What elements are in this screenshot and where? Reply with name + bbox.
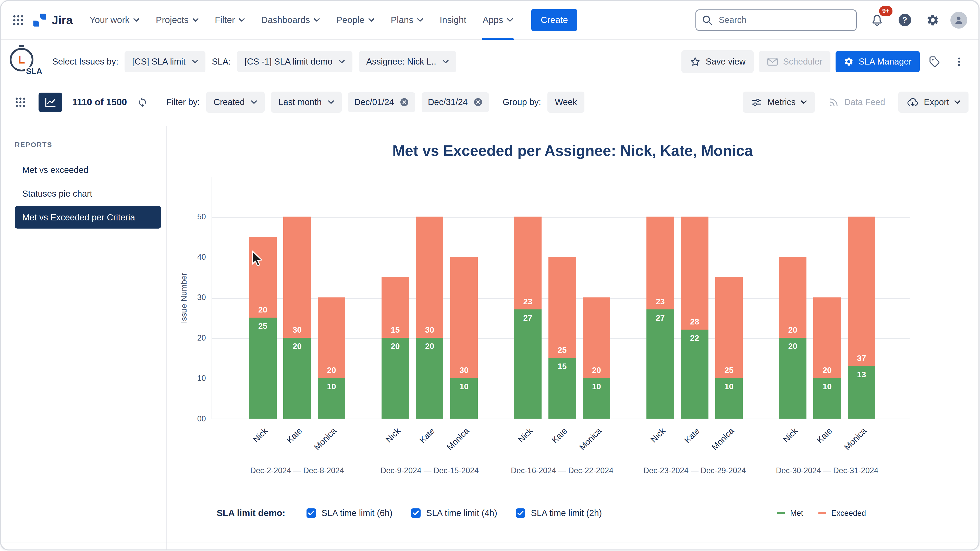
date-to-chip[interactable]: Dec/31/24	[422, 92, 489, 112]
bar-nick-week1[interactable]: 2025Nick	[249, 237, 277, 419]
met-segment[interactable]: 15	[549, 358, 576, 419]
sla-dropdown[interactable]: [CS -1] SLA limit demo	[237, 51, 352, 72]
remove-date-from-icon[interactable]	[400, 97, 409, 107]
exceeded-segment[interactable]: 25	[549, 257, 576, 358]
nav-item-filter[interactable]: Filter	[207, 1, 253, 39]
bar-nick-week3[interactable]: 2327Nick	[514, 217, 542, 419]
filter-field-dropdown[interactable]: Created	[206, 92, 265, 113]
notifications-button[interactable]: 9+	[867, 10, 887, 30]
checkbox-sla-time-limit-6h[interactable]: SLA time limit (6h)	[307, 508, 393, 518]
sidebar-item-met-vs-exceeded[interactable]: Met vs exceeded	[15, 159, 161, 181]
met-segment[interactable]: 10	[450, 378, 478, 418]
jira-logo-icon	[32, 12, 48, 28]
met-segment[interactable]: 13	[848, 366, 875, 419]
data-feed-button[interactable]: Data Feed	[820, 91, 893, 114]
met-segment[interactable]: 27	[646, 310, 674, 419]
exceeded-segment[interactable]: 20	[583, 297, 610, 378]
bar-monica-week5[interactable]: 3713Monica	[848, 217, 875, 419]
bar-kate-week4[interactable]: 2822Kate	[681, 217, 708, 419]
metrics-label: Metrics	[767, 97, 795, 107]
exceeded-value-label: 20	[318, 365, 345, 375]
issues-filter-dropdown[interactable]: [CS] SLA limit	[124, 51, 205, 72]
exceeded-segment[interactable]: 23	[514, 217, 542, 310]
bar-monica-week1[interactable]: 2010Monica	[318, 297, 345, 419]
exceeded-segment[interactable]: 23	[646, 217, 674, 310]
checkbox-sla-time-limit-2h[interactable]: SLA time limit (2h)	[516, 508, 602, 518]
exceeded-segment[interactable]: 15	[382, 277, 409, 338]
metrics-dropdown[interactable]: Metrics	[743, 92, 815, 113]
app-switcher-button[interactable]	[8, 11, 28, 30]
met-segment[interactable]: 25	[249, 318, 277, 419]
refresh-button[interactable]	[133, 93, 151, 111]
nav-item-label: Projects	[156, 15, 189, 25]
scheduler-button[interactable]: Scheduler	[759, 51, 831, 72]
tag-button[interactable]	[925, 52, 945, 71]
met-value-label: 10	[318, 382, 345, 391]
chart-view-button[interactable]	[38, 93, 62, 112]
bar-nick-week2[interactable]: 1520Nick	[382, 277, 409, 418]
bar-kate-week1[interactable]: 3020Kate	[283, 217, 311, 419]
settings-button[interactable]	[922, 10, 943, 30]
x-tick-label: Monica	[312, 426, 339, 452]
met-segment[interactable]: 10	[583, 378, 610, 418]
nav-item-plans[interactable]: Plans	[383, 1, 431, 39]
period-dropdown[interactable]: Last month	[271, 92, 342, 113]
profile-avatar[interactable]	[950, 12, 967, 29]
exceeded-segment[interactable]: 30	[450, 257, 478, 378]
grid-view-button[interactable]	[8, 93, 32, 112]
sla-manager-button[interactable]: SLA Manager	[835, 51, 920, 72]
search-input[interactable]	[695, 10, 857, 30]
met-segment[interactable]: 10	[318, 378, 345, 418]
exceeded-segment[interactable]: 28	[681, 217, 708, 330]
exceeded-value-label: 30	[283, 325, 311, 335]
met-segment[interactable]: 20	[283, 338, 311, 419]
nav-item-your-work[interactable]: Your work	[81, 1, 148, 39]
create-button[interactable]: Create	[531, 9, 577, 31]
exceeded-segment[interactable]: 20	[249, 237, 277, 318]
nav-item-dashboards[interactable]: Dashboards	[253, 1, 328, 39]
exceeded-segment[interactable]: 20	[813, 297, 841, 378]
bar-nick-week5[interactable]: 2020Nick	[779, 257, 807, 418]
met-segment[interactable]: 20	[779, 338, 807, 419]
envelope-icon	[767, 57, 778, 67]
checkbox-sla-time-limit-4h[interactable]: SLA time limit (4h)	[411, 508, 497, 518]
help-button[interactable]	[895, 10, 915, 30]
export-dropdown[interactable]: Export	[898, 92, 969, 113]
more-options-button[interactable]	[950, 52, 969, 71]
bar-kate-week5[interactable]: 2010Kate	[813, 297, 841, 419]
remove-date-to-icon[interactable]	[473, 97, 483, 107]
exceeded-segment[interactable]: 30	[416, 217, 444, 338]
exceeded-segment[interactable]: 30	[283, 217, 311, 338]
assignee-dropdown[interactable]: Assignee: Nick L..	[359, 51, 456, 72]
sidebar-item-statuses-pie-chart[interactable]: Statuses pie chart	[15, 183, 161, 205]
bar-monica-week2[interactable]: 3010Monica	[450, 257, 478, 418]
save-view-button[interactable]: Save view	[681, 50, 754, 73]
sidebar-item-met-vs-exceeded-per-criteria[interactable]: Met vs Exceeded per Criteria	[15, 206, 161, 229]
exceeded-segment[interactable]: 37	[848, 217, 875, 366]
exceeded-segment[interactable]: 25	[715, 277, 743, 378]
nav-item-projects[interactable]: Projects	[148, 1, 207, 39]
met-segment[interactable]: 20	[416, 338, 444, 419]
bar-nick-week4[interactable]: 2327Nick	[646, 217, 674, 419]
bar-monica-week3[interactable]: 2010Monica	[583, 297, 610, 419]
met-segment[interactable]: 22	[681, 330, 708, 418]
met-segment[interactable]: 27	[514, 310, 542, 419]
group-by-dropdown[interactable]: Week	[547, 92, 585, 113]
nav-item-insight[interactable]: Insight	[431, 1, 474, 39]
exceeded-value-label: 20	[813, 365, 841, 375]
y-tick-label: 50	[186, 212, 206, 221]
date-from-chip[interactable]: Dec/01/24	[348, 92, 415, 112]
bar-kate-week3[interactable]: 2515Kate	[549, 257, 576, 418]
met-segment[interactable]: 10	[813, 378, 841, 418]
nav-item-apps[interactable]: Apps	[474, 1, 522, 39]
chevron-down-icon	[507, 18, 513, 22]
jira-logo[interactable]: Jira	[32, 12, 73, 28]
exceeded-segment[interactable]: 20	[318, 297, 345, 378]
nav-item-people[interactable]: People	[328, 1, 383, 39]
bar-monica-week4[interactable]: 2510Monica	[715, 277, 743, 418]
met-segment[interactable]: 10	[715, 378, 743, 418]
met-segment[interactable]: 20	[382, 338, 409, 419]
exceeded-segment[interactable]: 20	[779, 257, 807, 338]
bar-kate-week2[interactable]: 3020Kate	[416, 217, 444, 419]
sla-filter-bar: SLA Select Issues by: [CS] SLA limit SLA…	[1, 40, 978, 83]
